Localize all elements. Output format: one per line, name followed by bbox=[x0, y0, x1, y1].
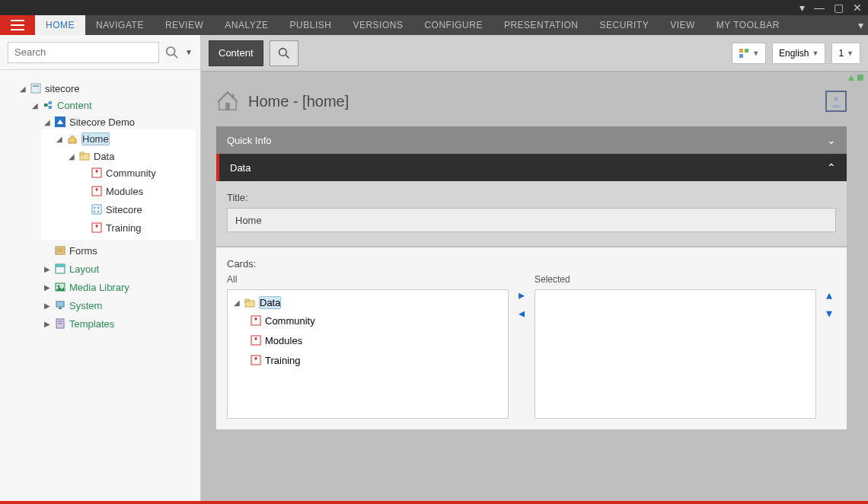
tree-node-sitecore[interactable]: ◢ sitecore bbox=[17, 81, 196, 96]
version-label: 1 bbox=[838, 48, 844, 59]
content-tree: ◢ sitecore ◢ bbox=[0, 70, 200, 345]
folder-icon bbox=[78, 150, 91, 162]
ribbon-tab-configure[interactable]: CONFIGURE bbox=[413, 15, 493, 35]
ribbon-more-icon[interactable]: ▾ bbox=[858, 19, 863, 31]
ribbon-tab-view[interactable]: VIEW bbox=[659, 15, 706, 35]
chevron-down-icon: ▼ bbox=[752, 49, 759, 57]
left-panel: ▼ ◢ sitecore ◢ bbox=[0, 35, 201, 501]
tree-label: Layout bbox=[69, 263, 99, 275]
ribbon-tab-review[interactable]: REVIEW bbox=[155, 15, 214, 35]
tree-node-media[interactable]: ▶ Media Library bbox=[41, 279, 196, 295]
system-icon bbox=[54, 299, 66, 311]
expander-icon[interactable]: ▶ bbox=[43, 301, 51, 310]
selected-listbox[interactable] bbox=[535, 289, 816, 419]
tree-node-sitecore[interactable]: ▶Sitecore bbox=[78, 202, 196, 217]
svg-rect-31 bbox=[59, 308, 62, 309]
svg-rect-41 bbox=[232, 94, 235, 99]
ribbon-tab-versions[interactable]: VERSIONS bbox=[342, 15, 413, 35]
ribbon-tab-publish[interactable]: PUBLISH bbox=[279, 15, 343, 35]
language-dropdown[interactable]: English ▼ bbox=[772, 43, 825, 64]
section-label: Data bbox=[230, 162, 251, 174]
field-label-cards: Cards: bbox=[227, 258, 836, 270]
ribbon-tab-home[interactable]: HOME bbox=[35, 15, 85, 35]
title-input[interactable] bbox=[227, 208, 836, 232]
list-item-training[interactable]: Training bbox=[247, 352, 505, 368]
move-right-button[interactable]: ▸ bbox=[515, 289, 528, 303]
ribbon-tab-my-toolbar[interactable]: MY TOOLBAR bbox=[706, 15, 790, 35]
tree-node-forms[interactable]: ▶ Forms bbox=[41, 243, 196, 258]
bottom-accent-bar bbox=[0, 501, 868, 504]
section-quick-info[interactable]: Quick Info ⌄ bbox=[216, 126, 847, 154]
svg-line-11 bbox=[47, 105, 49, 107]
svg-rect-9 bbox=[49, 106, 52, 109]
layout-icon bbox=[54, 263, 66, 275]
tree-node-layout[interactable]: ▶ Layout bbox=[41, 261, 196, 276]
content-tab-label: Content bbox=[219, 47, 254, 59]
svg-rect-2 bbox=[11, 29, 24, 30]
version-dropdown[interactable]: 1 ▼ bbox=[831, 43, 860, 64]
tree-label: Data bbox=[94, 151, 114, 162]
svg-rect-8 bbox=[49, 101, 52, 104]
hamburger-button[interactable] bbox=[0, 15, 35, 35]
tree-node-data[interactable]: ◢ Data bbox=[65, 148, 196, 164]
tree-node-community[interactable]: ▶Community bbox=[78, 165, 196, 180]
ribbon-tab-security[interactable]: SECURITY bbox=[589, 15, 660, 35]
tree-node-templates[interactable]: ▶ Templates bbox=[41, 316, 196, 331]
list-label: Data bbox=[259, 296, 281, 309]
page-header: Home - [home] bbox=[216, 82, 847, 126]
owner-avatar[interactable] bbox=[825, 91, 847, 112]
expander-icon[interactable]: ▶ bbox=[43, 265, 51, 273]
svg-rect-0 bbox=[11, 20, 24, 21]
search-icon[interactable] bbox=[165, 46, 179, 59]
svg-rect-38 bbox=[745, 49, 748, 53]
svg-point-18 bbox=[94, 207, 95, 209]
close-icon[interactable]: ✕ bbox=[853, 2, 862, 14]
section-label: Quick Info bbox=[227, 135, 272, 146]
tree-node-content[interactable]: ◢ Content bbox=[29, 97, 196, 113]
svg-line-4 bbox=[174, 54, 178, 58]
list-item-community[interactable]: Community bbox=[247, 313, 505, 328]
list-item-data[interactable]: ◢ Data bbox=[231, 295, 505, 311]
tree-label: System bbox=[69, 300, 102, 311]
tree-node-training[interactable]: ▶Training bbox=[78, 220, 196, 235]
tree-node-system[interactable]: ▶ System bbox=[41, 298, 196, 313]
svg-rect-14 bbox=[80, 152, 84, 155]
tree-label: Modules bbox=[106, 186, 143, 197]
tree-node-modules[interactable]: ▶Modules bbox=[78, 183, 196, 199]
list-item-modules[interactable]: Modules bbox=[247, 333, 505, 348]
expander-icon[interactable]: ◢ bbox=[43, 118, 51, 126]
all-listbox[interactable]: ◢ Data CommunityModulesTraining bbox=[227, 289, 509, 419]
search-input[interactable] bbox=[8, 42, 159, 63]
ribbon-tab-presentation[interactable]: PRESENTATION bbox=[493, 15, 589, 35]
chevron-up-icon: ⌃ bbox=[827, 161, 836, 174]
appearance-dropdown[interactable]: ▼ bbox=[732, 43, 766, 64]
tree-node-demo[interactable]: ◢ Sitecore Demo bbox=[41, 114, 196, 129]
section-data[interactable]: Data ⌃ bbox=[216, 154, 847, 181]
move-left-button[interactable]: ◂ bbox=[515, 308, 528, 321]
home-icon bbox=[216, 90, 239, 113]
expander-icon[interactable]: ◢ bbox=[68, 152, 75, 161]
svg-rect-27 bbox=[56, 264, 65, 267]
move-up-button[interactable]: ▴ bbox=[822, 289, 836, 303]
svg-rect-30 bbox=[56, 301, 64, 307]
expander-icon[interactable]: ◢ bbox=[56, 135, 63, 143]
expander-icon[interactable]: ◢ bbox=[19, 85, 27, 93]
cards-selected-column: Selected bbox=[535, 274, 816, 419]
expander-icon[interactable]: ▶ bbox=[43, 320, 51, 328]
move-down-button[interactable]: ▾ bbox=[822, 308, 836, 321]
expander-icon[interactable]: ▶ bbox=[43, 283, 51, 292]
expander-icon[interactable]: ◢ bbox=[31, 101, 39, 110]
ribbon-tab-navigate[interactable]: NAVIGATE bbox=[85, 15, 155, 35]
minimize-icon[interactable]: — bbox=[814, 2, 825, 14]
expander-icon[interactable]: ◢ bbox=[233, 298, 241, 307]
caret-down-icon[interactable]: ▾ bbox=[799, 2, 805, 14]
order-buttons: ▴ ▾ bbox=[822, 274, 836, 321]
tree-node-home[interactable]: ◢ Home bbox=[53, 131, 196, 147]
tree-label: Content bbox=[57, 100, 92, 111]
search-options-button[interactable]: ▼ bbox=[185, 48, 193, 56]
ribbon-tab-analyze[interactable]: ANALYZE bbox=[214, 15, 279, 35]
maximize-icon[interactable]: ▢ bbox=[834, 2, 844, 14]
content-tab-button[interactable]: Content bbox=[209, 40, 263, 66]
search-tab-button[interactable] bbox=[270, 40, 298, 66]
language-label: English bbox=[779, 48, 809, 59]
